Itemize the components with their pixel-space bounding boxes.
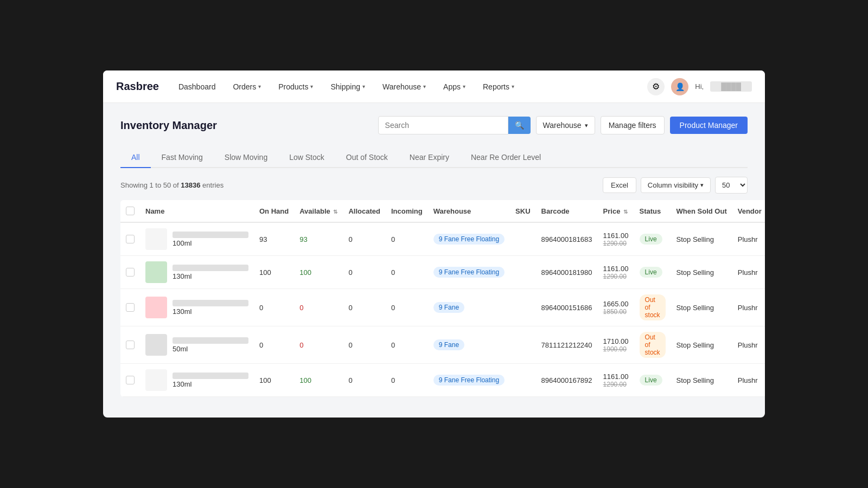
price-sort-icon[interactable]: ⇅ xyxy=(623,209,628,215)
available-cell: 0 xyxy=(294,289,343,326)
when-sold-out-cell: Stop Selling xyxy=(671,364,732,397)
product-image xyxy=(145,261,167,283)
avatar: 👤 xyxy=(671,78,688,95)
nav-warehouse[interactable]: Warehouse ▾ xyxy=(376,79,432,94)
allocated-cell: 0 xyxy=(343,326,386,364)
on-hand-cell: 0 xyxy=(254,326,294,364)
barcode-cell: 8964000181683 xyxy=(536,222,598,256)
name-cell: 130ml xyxy=(140,256,254,289)
settings-icon[interactable]: ⚙ xyxy=(647,78,665,95)
product-image xyxy=(145,369,167,391)
main-content: Inventory Manager 🔍 Warehouse ▾ Manage f… xyxy=(103,103,765,410)
row-checkbox[interactable] xyxy=(126,303,135,312)
search-input[interactable] xyxy=(378,116,508,134)
price-cell: 1665.00 1850.00 xyxy=(598,289,634,326)
select-all-checkbox[interactable] xyxy=(126,207,135,215)
nav-shipping[interactable]: Shipping ▾ xyxy=(324,79,372,94)
row-checkbox[interactable] xyxy=(126,268,135,277)
price-cell: 1161.00 1290.00 xyxy=(598,256,634,289)
tab-low-stock[interactable]: Low Stock xyxy=(278,147,335,168)
warehouse-cell: 9 Fane Free Floating xyxy=(428,256,510,289)
app-window: Rasbree Dashboard Orders ▾ Products ▾ Sh… xyxy=(103,70,765,418)
nav-reports[interactable]: Reports ▾ xyxy=(476,79,521,94)
vendor-cell: Plushr xyxy=(732,326,765,364)
entries-info: Showing 1 to 50 of 13836 entries xyxy=(120,181,224,189)
col-name: Name xyxy=(140,200,254,222)
vendor-cell: Plushr xyxy=(732,222,765,256)
search-wrapper: 🔍 xyxy=(378,116,531,134)
brand-logo: Rasbree xyxy=(116,80,159,93)
on-hand-cell: 100 xyxy=(254,256,294,289)
nav-orders[interactable]: Orders ▾ xyxy=(226,79,267,94)
available-cell: 93 xyxy=(294,222,343,256)
col-when-sold-out: When Sold Out xyxy=(671,200,732,222)
product-image xyxy=(145,334,167,356)
col-price: Price ⇅ xyxy=(598,200,634,222)
nav-apps[interactable]: Apps ▾ xyxy=(437,79,472,94)
sku-cell xyxy=(510,326,535,364)
row-checkbox[interactable] xyxy=(126,376,135,384)
vendor-cell: Plushr xyxy=(732,364,765,397)
product-size: 130ml xyxy=(173,272,248,280)
table-row: 130ml 100 100 0 0 9 Fane Free Floating 8… xyxy=(120,364,765,397)
table-row: 130ml 0 0 0 0 9 Fane 8964000151686 1665.… xyxy=(120,289,765,326)
navbar: Rasbree Dashboard Orders ▾ Products ▾ Sh… xyxy=(103,70,765,103)
price-cell: 1161.00 1290.00 xyxy=(598,364,634,397)
product-size: 100ml xyxy=(173,239,248,247)
tab-near-expiry[interactable]: Near Expiry xyxy=(399,147,460,168)
status-cell: Live xyxy=(634,364,671,397)
barcode-cell: 7811121212240 xyxy=(536,326,598,364)
warehouse-dropdown[interactable]: Warehouse ▾ xyxy=(536,116,595,134)
available-cell: 100 xyxy=(294,256,343,289)
reports-chevron-icon: ▾ xyxy=(512,84,514,89)
status-badge: Out of stock xyxy=(640,332,666,358)
status-cell: Live xyxy=(634,222,671,256)
product-name-blurred xyxy=(173,265,248,271)
row-checkbox[interactable] xyxy=(126,341,135,349)
sku-cell xyxy=(510,256,535,289)
name-cell: 130ml xyxy=(140,364,254,397)
incoming-cell: 0 xyxy=(386,256,428,289)
status-badge: Out of stock xyxy=(640,294,666,320)
tab-near-reorder[interactable]: Near Re Order Level xyxy=(460,147,552,168)
inventory-table: Name On Hand Available ⇅ Allocated Incom… xyxy=(120,200,765,397)
product-name-blurred xyxy=(173,373,248,379)
name-cell: 50ml xyxy=(140,326,254,364)
col-available: Available ⇅ xyxy=(294,200,343,222)
status-cell: Out of stock xyxy=(634,289,671,326)
product-name-blurred xyxy=(173,337,248,344)
product-manager-button[interactable]: Product Manager xyxy=(670,117,748,134)
product-name: 130ml xyxy=(173,373,248,388)
available-sort-icon[interactable]: ⇅ xyxy=(333,209,337,215)
hi-label: Hi, xyxy=(695,82,704,91)
product-image xyxy=(145,228,167,250)
product-name: 130ml xyxy=(173,265,248,280)
tab-all[interactable]: All xyxy=(120,147,151,168)
search-button[interactable]: 🔍 xyxy=(508,117,531,134)
col-on-hand: On Hand xyxy=(254,200,294,222)
per-page-select[interactable]: 50 100 200 xyxy=(715,177,748,194)
product-name: 50ml xyxy=(173,337,248,353)
manage-filters-button[interactable]: Manage filters xyxy=(601,116,665,134)
excel-button[interactable]: Excel xyxy=(603,177,636,193)
table-header-row: Name On Hand Available ⇅ Allocated Incom… xyxy=(120,200,765,222)
product-name: 130ml xyxy=(173,300,248,316)
tab-slow-moving[interactable]: Slow Moving xyxy=(214,147,278,168)
tabs-bar: All Fast Moving Slow Moving Low Stock Ou… xyxy=(120,147,748,168)
row-checkbox[interactable] xyxy=(126,235,135,243)
name-cell: 130ml xyxy=(140,289,254,326)
shipping-chevron-icon: ▾ xyxy=(362,84,365,89)
product-name-blurred xyxy=(173,300,248,306)
nav-dashboard[interactable]: Dashboard xyxy=(172,79,222,94)
nav-products[interactable]: Products ▾ xyxy=(272,79,320,94)
tab-fast-moving[interactable]: Fast Moving xyxy=(151,147,214,168)
status-badge: Live xyxy=(640,267,662,278)
product-size: 50ml xyxy=(173,345,248,353)
tab-out-of-stock[interactable]: Out of Stock xyxy=(335,147,399,168)
when-sold-out-cell: Stop Selling xyxy=(671,289,732,326)
allocated-cell: 0 xyxy=(343,222,386,256)
sku-cell xyxy=(510,289,535,326)
column-visibility-button[interactable]: Column visibility ▾ xyxy=(641,177,711,193)
product-name-blurred xyxy=(173,232,248,238)
when-sold-out-cell: Stop Selling xyxy=(671,326,732,364)
